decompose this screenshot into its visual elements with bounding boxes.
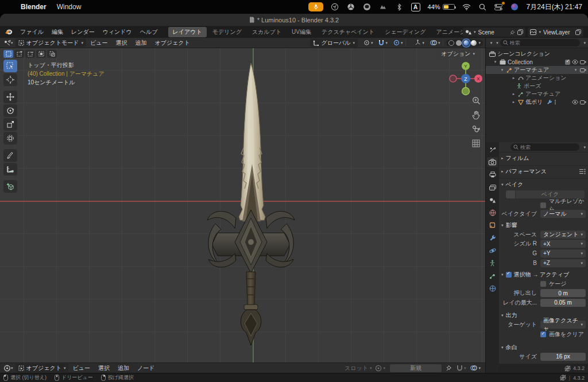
margin-panel-header[interactable]: ▾余白 (501, 344, 586, 352)
new-view-layer-icon[interactable] (575, 29, 581, 35)
tab-shading[interactable]: シェーディング (380, 27, 430, 37)
influence-panel-header[interactable]: ▾影響 (501, 221, 586, 229)
extrusion-field[interactable]: 0 m (540, 289, 586, 297)
node-add-menu[interactable]: 追加 (114, 364, 133, 372)
wifi-icon[interactable] (462, 3, 471, 11)
properties-search[interactable] (510, 143, 579, 151)
line-app-menu-icon[interactable] (363, 3, 372, 11)
overlays-toggle-group[interactable]: ▾ (430, 40, 440, 46)
tree-row-scene-collection[interactable]: シーンコレクション (486, 50, 588, 58)
menu-file[interactable]: ファイル (16, 26, 48, 38)
bake-type-dropdown[interactable]: ノーマル▾ (540, 210, 586, 218)
proportional-edit-group[interactable]: ▾ (393, 40, 403, 46)
hide-eye-icon[interactable] (572, 60, 578, 64)
battery-status[interactable]: 44% (428, 3, 455, 10)
tab-physics[interactable] (487, 245, 498, 255)
tab-tool[interactable] (487, 145, 498, 154)
bake-panel-header[interactable]: ▾ベイク (501, 181, 586, 189)
render-camera-icon[interactable] (580, 60, 586, 64)
viewport-3d[interactable]: トップ・平行投影 (40) Collection | アーマチュア 10センチメ… (0, 48, 485, 362)
space-dropdown[interactable]: タンジェント▾ (540, 231, 586, 239)
outliner-editor-chevron-icon[interactable]: ▾ (490, 41, 493, 45)
tab-texture[interactable] (487, 283, 498, 293)
view-layer-selector[interactable]: ▾ ViewLayer (528, 28, 583, 37)
shading-solid-icon[interactable] (456, 40, 462, 46)
ray-distance-field[interactable]: 0.05 m (540, 299, 586, 307)
tab-output[interactable] (487, 170, 498, 180)
tab-view-layer[interactable] (487, 182, 498, 192)
filter-icon[interactable] (582, 40, 582, 46)
hide-eye-icon[interactable] (572, 100, 578, 104)
vpn-menu-icon[interactable] (379, 3, 388, 11)
transform-orientation-dropdown[interactable]: グローバル ▾ (310, 38, 357, 47)
lowpoly-expand-icon[interactable]: ▸ (511, 100, 516, 104)
input-source-badge[interactable]: A (411, 3, 420, 11)
shading-material-preview-icon[interactable] (463, 40, 469, 46)
snap-group[interactable]: ▾ (378, 40, 388, 46)
select-set-button[interactable] (3, 50, 13, 58)
bluetooth-icon[interactable] (395, 3, 404, 11)
slot-dropdown[interactable]: スロット (345, 364, 368, 372)
gizmo-toggle-group[interactable]: ▾ (415, 40, 424, 46)
tool-rotate[interactable] (3, 104, 17, 117)
node-mode-dropdown[interactable]: オブジェクト ▾ (16, 364, 69, 372)
tab-modifiers[interactable] (487, 233, 498, 243)
armature-restrict-chevron-icon[interactable]: ▾ (573, 68, 578, 72)
outliner-display-mode-icon[interactable] (494, 40, 494, 46)
node-snap-icon[interactable] (457, 365, 463, 371)
camera-view-icon[interactable] (471, 124, 481, 134)
pivot-group[interactable]: ▾ (363, 40, 373, 46)
tab-modeling[interactable]: モデリング (208, 27, 246, 37)
size-field[interactable]: 16 px (540, 353, 586, 361)
clear-image-checkbox[interactable] (540, 332, 546, 337)
shading-rendered-icon[interactable] (471, 40, 477, 46)
properties-options-chevron-icon[interactable]: ▾ (583, 145, 586, 150)
properties-search-input[interactable] (520, 145, 577, 150)
armature-data-expand-icon[interactable]: ▸ (511, 92, 516, 96)
collection-expand-icon[interactable]: ▾ (493, 60, 498, 64)
tool-scale[interactable] (3, 118, 17, 131)
add-menu[interactable]: 追加 (131, 39, 150, 47)
swizzle-b-dropdown[interactable]: +Z▾ (540, 259, 586, 267)
options-button[interactable]: オプション▾ (438, 50, 478, 58)
select-menu[interactable]: 選択 (111, 39, 131, 47)
menu-window[interactable]: ウィンドウ (99, 26, 136, 38)
tree-row-collection[interactable]: ▾ Collection (486, 58, 588, 66)
collection-checkbox[interactable] (565, 60, 570, 65)
blender-logo-icon[interactable] (5, 29, 13, 36)
new-scene-icon[interactable] (517, 29, 523, 35)
performance-panel[interactable]: ▸パフォーマンス (499, 166, 588, 179)
editor-type-shader-icon[interactable] (3, 365, 11, 372)
editor-type-chevron-icon[interactable]: ▾ (11, 41, 13, 45)
multires-row[interactable]: マルチレゾから... (540, 201, 586, 209)
new-material-button[interactable]: 新規 (390, 364, 442, 372)
tab-sculpting[interactable]: スカルプト (247, 27, 286, 37)
editor-type-3d-icon[interactable] (3, 40, 11, 46)
tool-select-box[interactable] (3, 60, 17, 72)
preset-menu-icon[interactable] (579, 169, 586, 174)
mode-dropdown[interactable]: オブジェクトモード ▾ (16, 38, 86, 47)
tab-render[interactable] (487, 157, 498, 167)
scene-selector[interactable]: ▾ Scene (463, 28, 526, 37)
tab-texture-paint[interactable]: テクスチャペイント (317, 27, 379, 37)
tool-transform[interactable] (3, 132, 17, 145)
object-menu[interactable]: オブジェクト (150, 39, 194, 47)
cage-row[interactable]: ケージ (540, 280, 586, 288)
unpin-icon[interactable] (510, 30, 515, 35)
tool-add-cube[interactable] (3, 180, 17, 193)
tab-constraints[interactable] (487, 258, 498, 268)
node-editor-type-chevron-icon[interactable]: ▾ (11, 366, 13, 371)
clear-image-row[interactable]: 画像をクリア (540, 331, 586, 338)
filter-chevron-icon[interactable]: ▾ (583, 41, 586, 45)
tool-cursor[interactable] (3, 73, 17, 86)
spotlight-search-icon[interactable] (478, 3, 487, 11)
armature-expand-icon[interactable]: ▾ (500, 68, 505, 72)
target-dropdown[interactable]: 画像テクスチャ▾ (540, 321, 586, 329)
browse-material-icon[interactable] (375, 365, 382, 372)
siri-icon[interactable] (510, 3, 519, 11)
control-center-icon[interactable] (494, 3, 503, 11)
select-subtract-button[interactable] (25, 50, 35, 58)
wheel-menu-icon[interactable] (347, 3, 355, 11)
selected-to-active-checkbox[interactable] (506, 272, 512, 278)
tree-row-lowpoly[interactable]: ▸ 低ポリ (486, 98, 588, 106)
